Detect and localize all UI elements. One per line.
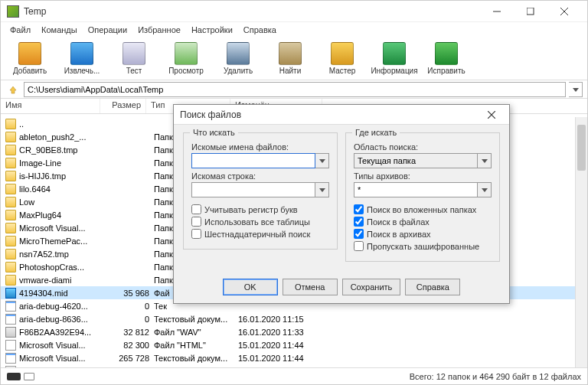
cell-type: Файл "HTML" <box>149 341 234 350</box>
cell-mod: 16.01.2020 11:15 <box>234 315 325 324</box>
scope-dropdown[interactable] <box>478 153 492 168</box>
chk-tables[interactable]: Использовать все таблицы <box>191 217 329 227</box>
statusbar: Всего: 12 папок и 464 290 байт в 12 файл… <box>1 367 587 384</box>
cell-name: lilo.6464 <box>19 184 103 194</box>
group-where: Где искать Область поиска: Типы архивов:… <box>345 132 500 262</box>
folder-icon <box>5 275 16 285</box>
tool-icon <box>18 42 41 65</box>
folder-icon <box>5 197 16 207</box>
input-names[interactable] <box>191 153 315 168</box>
dialog-buttons: OK Отмена Сохранить Справка <box>174 274 509 303</box>
disk-icon[interactable] <box>24 373 34 380</box>
cell-name: Microsoft Visual... <box>19 223 103 233</box>
dialog-title: Поиск файлов <box>180 109 480 120</box>
status-text: Всего: 12 папок и 464 290 байт в 12 файл… <box>410 372 581 381</box>
maximize-button[interactable] <box>514 1 547 22</box>
chk-skip[interactable]: Пропускать зашифрованные <box>354 241 492 251</box>
tool-1[interactable]: Извлечь... <box>59 42 105 75</box>
cell-name: MaxPlug64 <box>19 210 103 220</box>
menubar: Файл Команды Операции Избранное Настройк… <box>1 22 587 38</box>
menu-file[interactable]: Файл <box>5 24 35 36</box>
folder-icon <box>5 158 16 168</box>
tool-4[interactable]: Удалить <box>215 42 261 75</box>
path-dropdown[interactable] <box>569 82 583 97</box>
folder-icon <box>5 119 16 129</box>
menu-help[interactable]: Справка <box>239 24 281 36</box>
cell-size: 0 <box>103 315 149 324</box>
tool-0[interactable]: Добавить <box>7 42 53 75</box>
folder-icon <box>5 236 16 246</box>
table-row[interactable]: Microsoft Visual...82 300Файл "HTML"15.0… <box>1 338 587 351</box>
scrollbar-thumb[interactable] <box>577 125 586 171</box>
folder-icon <box>5 249 16 259</box>
table-row[interactable]: aria-debug-8636...0Текстовый докум...16.… <box>1 312 587 325</box>
menu-operations[interactable]: Операции <box>83 24 132 36</box>
cell-name: ableton_push2_... <box>19 132 103 142</box>
dll-icon <box>5 327 16 338</box>
tool-icon <box>279 42 302 65</box>
table-row[interactable]: Microsoft Visual...265 728Текстовый доку… <box>1 351 587 364</box>
cell-size: 82 300 <box>103 341 149 350</box>
cell-name: aria-debug-4620... <box>19 302 103 311</box>
svg-rect-0 <box>527 8 534 15</box>
chk-subfolders[interactable]: Поиск во вложенных папках <box>354 204 492 214</box>
cell-name: 4194304.mid <box>19 289 103 298</box>
tool-label: Просмотр <box>168 67 204 75</box>
string-dropdown[interactable] <box>315 182 329 197</box>
password-icon[interactable] <box>7 373 21 380</box>
input-types[interactable] <box>354 182 478 197</box>
table-row[interactable]: F86B2AA392E94...32 812Файл "WAV"16.01.20… <box>1 325 587 338</box>
tool-icon <box>383 42 406 65</box>
tool-3[interactable]: Просмотр <box>163 42 209 75</box>
col-name[interactable]: Имя <box>1 99 100 113</box>
input-string[interactable] <box>191 182 315 197</box>
cell-name: aria-debug-8636... <box>19 315 103 324</box>
txt-icon <box>5 353 16 364</box>
chk-case[interactable]: Учитывать регистр букв <box>191 204 329 214</box>
names-dropdown[interactable] <box>315 153 329 168</box>
tool-5[interactable]: Найти <box>267 42 313 75</box>
cell-name: nsn7A52.tmp <box>19 250 103 259</box>
up-button[interactable] <box>5 82 21 97</box>
dialog-close-button[interactable] <box>480 105 503 125</box>
cell-name: MicroThemePac... <box>19 237 103 246</box>
chk-hex[interactable]: Шестнадцатеричный поиск <box>191 229 329 239</box>
toolbar: ДобавитьИзвлечь...ТестПросмотрУдалитьНай… <box>1 38 587 80</box>
menu-settings[interactable]: Настройки <box>187 24 237 36</box>
chk-archives[interactable]: Поиск в архивах <box>354 229 492 239</box>
cell-type: Текстовый докум... <box>149 354 234 363</box>
tool-6[interactable]: Мастер <box>319 42 365 75</box>
tool-7[interactable]: Информация <box>371 42 417 75</box>
ok-button[interactable]: OK <box>223 279 278 295</box>
cancel-button[interactable]: Отмена <box>283 279 338 295</box>
save-button[interactable]: Сохранить <box>342 279 401 295</box>
types-dropdown[interactable] <box>478 182 492 197</box>
folder-icon <box>5 262 16 272</box>
cell-name: CR_90BE8.tmp <box>19 145 103 155</box>
chk-files[interactable]: Поиск в файлах <box>354 217 492 227</box>
label-scope: Область поиска: <box>354 142 492 152</box>
tool-label: Тест <box>126 67 142 75</box>
label-types: Типы архивов: <box>354 171 492 181</box>
folder-icon <box>5 145 16 155</box>
cell-size: 265 728 <box>103 354 149 363</box>
close-button[interactable] <box>547 1 581 22</box>
tool-2[interactable]: Тест <box>111 42 157 75</box>
col-size[interactable]: Размер <box>100 99 146 113</box>
tool-icon <box>227 42 250 65</box>
help-button[interactable]: Справка <box>405 279 460 295</box>
folder-icon <box>5 171 16 181</box>
tool-8[interactable]: Исправить <box>423 42 469 75</box>
app-icon <box>7 5 19 18</box>
menu-commands[interactable]: Команды <box>37 24 82 36</box>
cell-mod: 15.01.2020 11:44 <box>234 354 325 363</box>
cell-name: .. <box>19 119 103 129</box>
cell-mod: 15.01.2020 11:44 <box>234 341 325 350</box>
minimize-button[interactable] <box>480 1 514 22</box>
scrollbar[interactable] <box>575 117 587 367</box>
group-where-title: Где искать <box>352 128 400 137</box>
cell-name: is-HIJJ6.tmp <box>19 171 103 181</box>
input-scope[interactable] <box>354 153 478 168</box>
menu-favorites[interactable]: Избранное <box>133 24 185 36</box>
path-input[interactable] <box>24 82 566 97</box>
